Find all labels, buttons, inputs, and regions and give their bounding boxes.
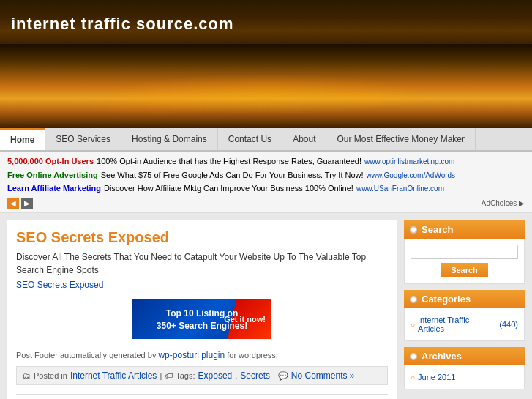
search-widget-dot <box>410 226 417 234</box>
search-widget-title: Search <box>422 224 453 235</box>
post-divider <box>16 394 388 395</box>
post-1-meta: 🗂 Posted in Internet Traffic Articles | … <box>16 366 388 385</box>
nav-item-money-maker[interactable]: Our Most Effective Money Maker <box>326 128 476 150</box>
banner-cta: Get it now! <box>224 315 266 324</box>
hero-image <box>0 44 532 128</box>
ad-label-3: Learn Affiliate Marketing <box>7 182 101 195</box>
main-content: SEO Secrets Exposed Discover All The Sec… <box>0 213 532 399</box>
categories-widget: Categories Internet Traffic Articles (44… <box>404 290 525 341</box>
categories-widget-title: Categories <box>422 294 471 305</box>
ad-label-1: 5,000,000 Opt-In Users <box>7 154 94 168</box>
category-internet-traffic[interactable]: Internet Traffic Articles (440) <box>411 314 518 335</box>
post-1: SEO Secrets Exposed Discover All The Sec… <box>16 229 388 385</box>
ad-bar: 5,000,000 Opt-In Users 100% Opt-in Audie… <box>0 152 532 213</box>
categories-widget-body: Internet Traffic Articles (440) <box>404 308 525 341</box>
ad-text-1: 100% Opt-in Audience that has the Highes… <box>97 154 361 168</box>
archives-widget-header: Archives <box>404 347 525 365</box>
nav-item-hosting[interactable]: Hosting & Domains <box>121 128 218 150</box>
post-1-category-link[interactable]: Internet Traffic Articles <box>70 370 157 381</box>
ad-link-2[interactable]: www.Google.com/AdWords <box>367 169 456 182</box>
nav-item-home[interactable]: Home <box>0 128 45 150</box>
ad-label-2: Free Online Advertising <box>7 168 98 182</box>
wp-posturl-link[interactable]: wp-posturl plugin <box>158 350 225 360</box>
nav-item-about[interactable]: About <box>282 128 326 150</box>
search-button[interactable]: Search <box>441 263 488 277</box>
post-tag-exposed[interactable]: Exposed <box>198 370 233 381</box>
archives-widget-dot <box>410 353 417 360</box>
nav-item-contact[interactable]: Contact Us <box>218 128 282 150</box>
ad-choices: AdChoices ▶ <box>482 197 525 209</box>
archives-widget-body: June 2011 <box>404 365 525 389</box>
post-footer-text: Post Footer automatically generated by w… <box>16 350 388 360</box>
ad-link-3[interactable]: www.USanFranOnline.com <box>356 182 444 195</box>
ad-arrows: ◀ ▶ <box>7 198 33 209</box>
archive-june-2011[interactable]: June 2011 <box>411 371 518 383</box>
sidebar: Search Search Categories Internet Traffi… <box>404 220 525 399</box>
categories-widget-dot <box>410 296 417 303</box>
comment-icon: 💬 <box>278 371 288 381</box>
ad-line-2: Free Online Advertising See What $75 of … <box>7 168 525 182</box>
post-1-banner: Top 10 Listing on 350+ Search Engines! G… <box>16 299 388 341</box>
post-1-link[interactable]: SEO Secrets Exposed <box>16 280 103 290</box>
ad-prev-button[interactable]: ◀ <box>7 198 19 209</box>
search-widget-header: Search <box>404 220 525 239</box>
post-1-comments-link[interactable]: No Comments » <box>291 370 355 381</box>
post-tag-secrets[interactable]: Secrets <box>240 370 270 381</box>
main-nav: Home SEO Services Hosting & Domains Cont… <box>0 128 532 152</box>
ad-controls: ◀ ▶ AdChoices ▶ <box>7 197 525 209</box>
banner-box[interactable]: Top 10 Listing on 350+ Search Engines! G… <box>132 299 271 339</box>
category-icon: 🗂 <box>23 371 31 380</box>
ad-text-3: Discover How Affiliate Mktg Can Improve … <box>104 182 353 195</box>
post-1-excerpt: Discover All The Secrets That You Need t… <box>16 250 388 277</box>
nav-item-seo-services[interactable]: SEO Services <box>45 128 121 150</box>
site-title: internet traffic source.com <box>11 9 521 34</box>
ad-next-button[interactable]: ▶ <box>21 198 33 209</box>
site-header: internet traffic source.com <box>0 0 532 44</box>
content-area: SEO Secrets Exposed Discover All The Sec… <box>7 220 397 399</box>
ad-line-3: Learn Affiliate Marketing Discover How A… <box>7 182 525 195</box>
ad-text-2: See What $75 of Free Google Ads Can Do F… <box>101 168 364 182</box>
search-widget: Search Search <box>404 220 525 284</box>
search-widget-body: Search <box>404 239 525 284</box>
archives-widget-title: Archives <box>422 351 462 362</box>
tag-icon: 🏷 <box>165 371 173 380</box>
ad-link-1[interactable]: www.optinlistmarketing.com <box>364 155 454 168</box>
search-input[interactable] <box>411 245 518 259</box>
archives-widget: Archives June 2011 <box>404 347 525 389</box>
post-1-title: SEO Secrets Exposed <box>16 229 388 246</box>
categories-widget-header: Categories <box>404 290 525 308</box>
ad-line-1: 5,000,000 Opt-In Users 100% Opt-in Audie… <box>7 154 525 168</box>
